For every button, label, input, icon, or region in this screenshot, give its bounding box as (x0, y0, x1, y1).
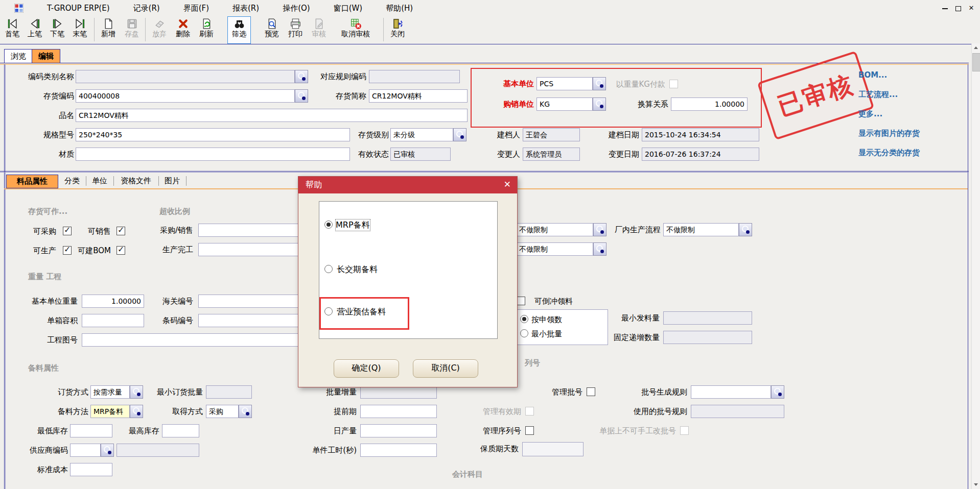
prep-method-lookup-icon[interactable] (130, 405, 143, 418)
coding-category-field[interactable] (76, 70, 295, 83)
dialog-cancel-button[interactable]: 取消(C) (413, 359, 478, 378)
over-production-field[interactable] (198, 243, 299, 256)
subtab-units[interactable]: 单位 (87, 175, 112, 187)
scroll-down-button[interactable] (972, 480, 980, 489)
restriction-field-2[interactable]: 不做限制 (516, 242, 593, 256)
manage-serial-checkbox[interactable] (525, 426, 534, 435)
factory-flow-lookup-icon[interactable] (739, 223, 752, 236)
dialog-option-longlead-label[interactable]: 长交期备料 (337, 264, 378, 275)
acquire-mode-lookup-icon[interactable] (239, 405, 252, 418)
restriction-field-1[interactable]: 不做限制 (516, 223, 593, 236)
link-more[interactable]: 更多... (858, 109, 882, 119)
issue-by-request-radio[interactable] (520, 315, 528, 323)
restore-button[interactable] (953, 4, 963, 13)
order-mode-field[interactable]: 按需求量 (90, 385, 130, 399)
menu-item-window[interactable]: 窗口(W) (334, 4, 363, 13)
print-button[interactable]: 打印 (284, 17, 307, 43)
item-abbr-field[interactable]: CR12MOV精料 (369, 89, 468, 103)
backflush-checkbox[interactable] (517, 297, 525, 305)
material-field[interactable] (76, 148, 350, 161)
item-abbr-label: 存货简称 (313, 89, 366, 103)
tab-edit[interactable]: 编辑 (32, 49, 60, 63)
tab-browse[interactable]: 浏览 (4, 49, 33, 63)
spec-field[interactable]: 250*240*35 (76, 128, 350, 141)
min-stock-field[interactable] (70, 424, 112, 437)
menu-item-help[interactable]: 帮助(H) (386, 4, 413, 13)
box-volume-field[interactable] (82, 314, 144, 327)
dialog-option-mrp-radio[interactable] (324, 221, 333, 229)
first-record-button[interactable]: 首笔 (1, 17, 24, 43)
link-bom[interactable]: BOM... (858, 70, 887, 80)
dialog-ok-button[interactable]: 确定(Q) (334, 359, 399, 378)
vertical-scrollbar[interactable] (971, 43, 980, 489)
subtab-classification[interactable]: 分类 (59, 175, 85, 187)
unit-time-field[interactable] (360, 444, 437, 457)
dialog-close-icon[interactable]: ✕ (504, 179, 511, 189)
dialog-title-bar[interactable]: 帮助 ✕ (298, 177, 517, 193)
over-purchase-field[interactable] (198, 224, 299, 237)
can-purchase-checkbox[interactable] (63, 227, 72, 235)
scroll-up-button[interactable] (972, 43, 980, 52)
close-form-button[interactable]: 关闭 (386, 17, 409, 43)
manage-batch-checkbox[interactable] (587, 387, 595, 396)
base-weight-field[interactable]: 1.00000 (82, 295, 144, 308)
minimize-button[interactable] (940, 4, 949, 13)
drawing-no-field[interactable] (82, 333, 299, 347)
subtab-images[interactable]: 图片 (159, 175, 185, 187)
item-code-lookup-icon[interactable] (295, 89, 308, 103)
barcode-field[interactable] (198, 314, 299, 327)
base-unit-field[interactable]: PCS (536, 77, 593, 90)
restriction-2-lookup-icon[interactable] (593, 242, 606, 256)
can-sell-checkbox[interactable] (116, 227, 125, 235)
rule-code-field[interactable] (369, 70, 460, 83)
filter-button[interactable]: 筛选 (228, 17, 250, 43)
subtab-qualification-files[interactable]: 资格文件 (114, 175, 157, 187)
factory-flow-field[interactable]: 不做限制 (663, 223, 739, 236)
order-mode-lookup-icon[interactable] (130, 385, 143, 399)
batch-rule-lookup-icon[interactable] (771, 385, 784, 399)
batch-rule-field[interactable] (691, 385, 771, 399)
link-process-flow[interactable]: 工艺流程... (858, 90, 898, 100)
max-stock-field[interactable] (162, 424, 199, 437)
subtab-item-attributes[interactable]: 料品属性 (6, 175, 58, 188)
dialog-option-longlead-radio[interactable] (324, 265, 333, 273)
preview-button[interactable]: 预览 (261, 17, 283, 43)
customs-code-field[interactable] (198, 295, 299, 308)
daily-output-field[interactable] (360, 424, 437, 437)
delete-button[interactable]: 删除 (172, 17, 194, 43)
prep-method-field[interactable]: MRP备料 (90, 405, 130, 418)
level-field[interactable]: 未分级 (390, 128, 453, 141)
menu-item-operation[interactable]: 操作(O) (283, 4, 310, 13)
link-show-unclassified[interactable]: 显示无分类的存货 (858, 148, 920, 158)
trade-unit-lookup-icon[interactable] (593, 97, 606, 111)
base-unit-lookup-icon[interactable] (593, 77, 606, 90)
next-record-button[interactable]: 下笔 (46, 17, 68, 43)
std-cost-field[interactable] (70, 463, 112, 476)
last-record-button[interactable]: 末笔 (68, 17, 91, 43)
supplier-code-field[interactable] (70, 444, 101, 457)
item-name-field[interactable]: CR12MOV精料 (76, 109, 468, 122)
conversion-field[interactable]: 1.00000 (671, 97, 748, 111)
dialog-option-mrp-label[interactable]: MRP备料 (336, 219, 370, 231)
issue-min-batch-radio[interactable] (520, 329, 528, 337)
can-bom-checkbox[interactable] (116, 246, 125, 255)
new-button[interactable]: 新增 (97, 17, 120, 43)
lead-time-field[interactable] (360, 405, 437, 418)
item-code-field[interactable]: 400400008 (76, 89, 295, 103)
trade-unit-field[interactable]: KG (536, 97, 593, 111)
level-lookup-icon[interactable] (453, 128, 466, 141)
link-show-with-images[interactable]: 显示有图片的存货 (858, 129, 920, 138)
shelf-life-field[interactable] (522, 442, 584, 456)
prev-record-button[interactable]: 上笔 (24, 17, 46, 43)
close-window-button[interactable]: ✕ (967, 4, 976, 13)
menu-item-report[interactable]: 报表(R) (232, 4, 259, 13)
acquire-mode-field[interactable]: 采购 (206, 405, 239, 418)
menu-item-interface[interactable]: 界面(F) (183, 4, 209, 13)
restriction-1-lookup-icon[interactable] (593, 223, 606, 236)
menu-item-record[interactable]: 记录(R) (133, 4, 160, 13)
scrollbar-thumb[interactable] (972, 53, 980, 71)
cancel-audit-button[interactable]: 取消审核 (331, 17, 380, 43)
refresh-button[interactable]: 刷新 (195, 17, 218, 43)
supplier-lookup-icon[interactable] (101, 444, 114, 457)
menu-item-app[interactable]: T-GROUP ERP(E) (47, 4, 110, 13)
